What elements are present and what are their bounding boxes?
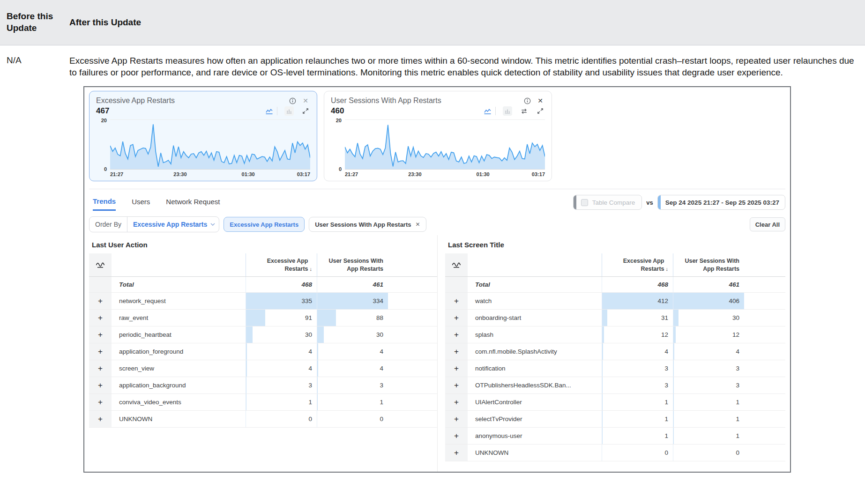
expand-row-button[interactable]: + (98, 331, 103, 339)
x-tick-label: 21:27 (345, 171, 358, 177)
table-row: +selectTvProvider11 (445, 411, 785, 428)
bar-chart-icon[interactable] (503, 106, 512, 116)
close-icon[interactable]: ✕ (536, 96, 545, 105)
expand-row-button[interactable]: + (98, 381, 103, 389)
metric-value: 4 (673, 343, 744, 360)
date-range-text: Sep 24 2025 21:27 - Sep 25 2025 03:27 (661, 199, 785, 206)
metric-value: 30 (673, 310, 744, 326)
metric-header-2[interactable]: User Sessions With App Restarts (317, 253, 388, 276)
expand-cell: + (89, 377, 112, 393)
tab-trends[interactable]: Trends (93, 197, 116, 211)
expand-cell: + (445, 360, 468, 377)
value-bar (602, 377, 603, 393)
total-value: 468 (602, 277, 673, 292)
table-last-screen-title: Last Screen TitleExcessive App Restarts↓… (445, 235, 785, 472)
after-update-cell: Excessive App Restarts measures how ofte… (63, 55, 865, 473)
filter-row: Order By Excessive App Restarts Excessiv… (89, 216, 785, 232)
table-title: Last Screen Title (448, 241, 785, 249)
trend-icon-cell[interactable] (89, 253, 112, 276)
expand-row-button[interactable]: + (98, 398, 103, 406)
y-axis: 200 (331, 119, 345, 170)
expand-row-button[interactable]: + (454, 415, 459, 423)
expand-row-button[interactable]: + (454, 381, 459, 389)
table-row: +UNKNOWN00 (89, 411, 437, 428)
metric-cards-row: Excessive App Restarts ✕ 467 (89, 91, 785, 181)
metric-header-1[interactable]: Excessive App Restarts↓ (602, 253, 673, 276)
bar-chart-icon[interactable] (284, 106, 294, 116)
tab-network-request[interactable]: Network Request (166, 198, 220, 210)
table-compare-checkbox[interactable] (581, 199, 588, 206)
info-icon[interactable] (522, 96, 532, 105)
expand-cell: + (89, 411, 112, 427)
close-icon[interactable]: ✕ (301, 96, 310, 105)
trend-icon-cell[interactable] (445, 253, 468, 276)
expand-row-button[interactable]: + (98, 364, 103, 372)
order-by-dropdown[interactable]: Order By Excessive App Restarts (89, 216, 219, 232)
chip-user-sessions-with-app-restarts[interactable]: User Sessions With App Restarts ✕ (309, 217, 426, 232)
expand-row-button[interactable]: + (454, 331, 459, 339)
metric-value: 3 (602, 377, 673, 393)
info-icon[interactable] (288, 96, 297, 105)
value-bar (317, 377, 318, 393)
expand-row-button[interactable]: + (98, 314, 103, 322)
expand-icon[interactable] (536, 106, 545, 116)
date-range-picker[interactable]: Sep 24 2025 21:27 - Sep 25 2025 03:27 (657, 195, 785, 210)
value-bar (673, 310, 679, 326)
metric-header-2[interactable]: User Sessions With App Restarts (673, 253, 744, 276)
dimension-value: watch (468, 293, 602, 309)
expand-row-button[interactable]: + (454, 297, 459, 305)
x-tick-label: 21:27 (110, 171, 123, 177)
tabs-row: Trends Users Network Request Table Compa… (89, 189, 785, 213)
line-chart-icon[interactable] (483, 106, 492, 116)
table-row: +periodic_heartbeat3030 (89, 326, 437, 343)
tab-users[interactable]: Users (132, 198, 150, 210)
expand-row-button[interactable]: + (454, 314, 459, 322)
expand-row-button[interactable]: + (454, 432, 459, 440)
table-row: +screen_view44 (89, 360, 437, 377)
trend-icon[interactable] (96, 261, 105, 268)
page: Before this Update After this Update N/A… (0, 0, 865, 504)
chip-excessive-app-restarts[interactable]: Excessive App Restarts (224, 217, 305, 232)
expand-row-button[interactable]: + (454, 449, 459, 457)
metric-card-excessive-app-restarts[interactable]: Excessive App Restarts ✕ 467 (89, 91, 317, 181)
expand-row-button[interactable]: + (98, 297, 103, 305)
metric-value: 30 (246, 326, 317, 343)
metric-description: Excessive App Restarts measures how ofte… (69, 55, 860, 78)
dimension-value: application_foreground (112, 343, 246, 360)
expand-cell: + (445, 310, 468, 326)
expand-row-button[interactable]: + (98, 415, 103, 423)
dimension-value: raw_event (112, 310, 246, 326)
metric-value: 412 (602, 293, 673, 309)
metric-value: 335 (246, 293, 317, 309)
order-by-label: Order By (89, 221, 127, 228)
expand-cell (445, 277, 468, 292)
expand-row-button[interactable]: + (454, 348, 459, 356)
table-row: +notification33 (445, 360, 785, 377)
trend-icon[interactable] (452, 261, 461, 268)
line-chart-icon[interactable] (264, 106, 274, 116)
before-update-cell: N/A (0, 55, 63, 473)
value-bar (246, 343, 247, 360)
expand-cell: + (89, 343, 112, 360)
clear-all-button[interactable]: Clear All (750, 217, 785, 231)
expand-icon[interactable] (301, 106, 310, 116)
metric-value: 4 (317, 360, 388, 377)
dimension-value: UNKNOWN (468, 445, 602, 461)
value-bar (673, 326, 676, 343)
metric-value: 30 (317, 326, 388, 343)
sort-desc-icon: ↓ (310, 266, 313, 272)
after-update-header: After this Update (63, 17, 141, 28)
metric-value: 4 (246, 360, 317, 377)
total-value: 468 (246, 277, 317, 292)
expand-row-button[interactable]: + (454, 398, 459, 406)
dimension-value: UIAlertController (468, 394, 602, 410)
table-compare-toggle[interactable]: Table Compare (573, 195, 642, 210)
metric-card-user-sessions-with-app-restarts[interactable]: User Sessions With App Restarts ✕ 460 (324, 91, 552, 181)
expand-row-button[interactable]: + (454, 364, 459, 372)
table-row: +OTPublishersHeadlessSDK.Ban...33 (445, 377, 785, 394)
metric-value: 12 (602, 326, 673, 343)
remove-chip-icon[interactable]: ✕ (415, 221, 420, 228)
compare-icon[interactable] (519, 106, 529, 116)
metric-header-1[interactable]: Excessive App Restarts↓ (246, 253, 317, 276)
expand-row-button[interactable]: + (98, 348, 103, 356)
